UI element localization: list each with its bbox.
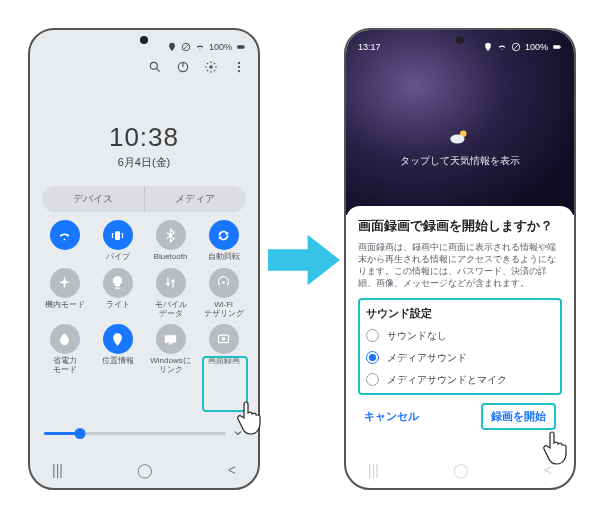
qs-label: モバイル データ [146,301,196,319]
radio-label: サウンドなし [387,329,447,343]
nav-recents[interactable]: ||| [52,462,63,478]
qs-vibrate[interactable]: バイブ [91,220,144,262]
status-bar: 100% [42,40,246,54]
time-text: 10:38 [30,122,258,153]
qs-label: 位置情報 [93,357,143,366]
more-icon[interactable] [232,60,246,78]
nav-recents[interactable]: ||| [368,462,379,478]
radio-media-sound[interactable]: メディアサウンド [366,347,554,369]
dialog-description: 画面録画は、録画中に画面に表示される情報や端末から再生される情報にアクセスできる… [358,241,562,290]
svg-point-26 [450,134,464,143]
nav-home[interactable]: ◯ [453,462,469,478]
radio-icon[interactable] [366,373,379,386]
battery-text: 100% [209,42,232,52]
battery-text: 100% [525,42,548,52]
qs-wifi[interactable] [38,220,91,262]
arrow-right-icon [268,230,340,290]
tab-media[interactable]: メディア [145,186,247,212]
qs-label: Windowsに リンク [146,357,196,375]
svg-point-4 [150,62,157,69]
location-icon [167,42,177,52]
wifi-tether-icon[interactable] [209,268,239,298]
quick-settings-grid: バイブBluetooth自動回転機内モードライトモバイル データWi-Fi テザ… [38,220,250,375]
gear-icon[interactable] [204,60,218,78]
airplane-icon[interactable] [50,268,80,298]
qs-airplane[interactable]: 機内モード [38,268,91,319]
mobiledata-icon[interactable] [156,268,186,298]
qs-autorotate[interactable]: 自動回転 [197,220,250,262]
qs-power-save[interactable]: 省電力 モード [38,324,91,375]
weather-widget[interactable]: タップして天気情報を表示 [346,126,574,168]
svg-line-1 [183,44,189,50]
nav-bar: ||| ◯ < [52,462,236,478]
linkwin-icon[interactable] [156,324,186,354]
cancel-button[interactable]: キャンセル [364,409,419,424]
light-icon[interactable] [103,268,133,298]
qs-bluetooth[interactable]: Bluetooth [144,220,197,262]
brightness-thumb[interactable] [75,428,86,439]
svg-point-10 [238,66,240,68]
brightness-track[interactable] [44,432,226,435]
qs-label: 省電力 モード [40,357,90,375]
svg-rect-16 [165,335,176,343]
no-sim-icon [511,42,521,52]
sound-settings-title: サウンド設定 [366,306,554,321]
location-icon[interactable] [103,324,133,354]
sound-settings-highlight: サウンド設定 サウンドなし メディアサウンド メディアサウンドとマイク [358,298,562,395]
location-icon [483,42,493,52]
screenrec-icon[interactable] [209,324,239,354]
wifi-icon[interactable] [50,220,80,250]
radio-icon[interactable] [366,351,379,364]
wifi-icon [195,42,205,52]
dialog-actions: キャンセル 録画を開始 [358,395,562,430]
qs-wifi-tether[interactable]: Wi-Fi テザリング [197,268,250,319]
qs-label: 機内モード [40,301,90,310]
panel-top-actions [148,60,246,78]
device-media-tabs[interactable]: デバイス メディア [42,186,246,212]
nav-back[interactable]: < [228,462,236,478]
svg-rect-24 [560,46,561,48]
svg-point-19 [222,337,226,341]
status-bar: 13:17 100% [358,40,562,54]
tab-devices[interactable]: デバイス [42,186,145,212]
radio-label: メディアサウンド [387,351,467,365]
vibrate-icon[interactable] [103,220,133,250]
status-time: 13:17 [358,42,381,52]
power-icon[interactable] [176,60,190,78]
svg-line-5 [157,69,160,72]
search-icon[interactable] [148,60,162,78]
battery-icon [552,42,562,52]
cursor-hand-icon [236,398,272,438]
brightness-slider[interactable] [44,426,244,440]
radio-icon[interactable] [366,329,379,342]
no-sim-icon [181,42,191,52]
weather-tap-text: タップして天気情報を表示 [346,154,574,168]
svg-marker-20 [268,235,340,285]
bluetooth-icon[interactable] [156,220,186,250]
qs-light[interactable]: ライト [91,268,144,319]
battery-icon [236,42,246,52]
qs-location[interactable]: 位置情報 [91,324,144,375]
screen-record-dialog: 画面録画で録画を開始しますか？ 画面録画は、録画中に画面に表示される情報や端末か… [346,206,574,452]
svg-rect-2 [237,45,244,48]
qs-label: Wi-Fi テザリング [199,301,249,319]
svg-point-9 [238,62,240,64]
weather-sun-cloud-icon [447,126,473,148]
svg-rect-23 [553,45,560,48]
phone-left: 100% 10:38 6月4日(金) デバイス メディア バイブBluetoot… [28,28,260,490]
start-record-button[interactable]: 録画を開始 [481,403,556,430]
svg-point-11 [238,70,240,72]
qs-label: 自動回転 [199,253,249,262]
radio-media-and-mic[interactable]: メディアサウンドとマイク [366,369,554,391]
lock-clock: 10:38 6月4日(金) [30,122,258,170]
qs-mobiledata[interactable]: モバイル データ [144,268,197,319]
radio-no-sound[interactable]: サウンドなし [366,325,554,347]
svg-point-15 [222,282,225,285]
qs-linkwin[interactable]: Windowsに リンク [144,324,197,375]
date-text: 6月4日(金) [30,155,258,170]
power-save-icon[interactable] [50,324,80,354]
svg-line-22 [513,44,519,50]
nav-home[interactable]: ◯ [137,462,153,478]
autorotate-icon[interactable] [209,220,239,250]
svg-rect-3 [244,46,245,48]
